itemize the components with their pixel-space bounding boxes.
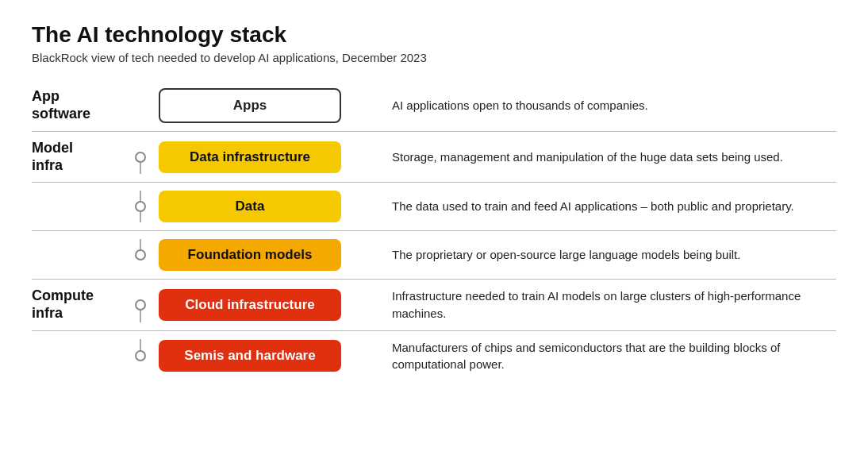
group-label: App software [32, 88, 127, 123]
connector-dot [135, 350, 146, 361]
connector-area [127, 239, 159, 271]
middle-section: Cloud infrastructure [127, 287, 373, 322]
connector-area [127, 191, 159, 222]
stack-row: App softwareAppsAI applications open to … [32, 80, 836, 132]
row-description: Infrastructure needed to train AI models… [373, 287, 836, 322]
row-description: The proprietary or open-source large lan… [373, 239, 836, 271]
connector-area [127, 140, 159, 174]
stack-row: Foundation modelsThe proprietary or open… [32, 231, 836, 280]
group-label: Compute infra [32, 287, 127, 322]
pill-label: Data infrastructure [159, 141, 341, 173]
pill-label: Semis and hardware [159, 340, 341, 372]
stack-row: Semis and hardwareManufacturers of chips… [32, 331, 836, 382]
group-label [32, 239, 127, 271]
pill-label: Apps [159, 88, 341, 123]
row-description: The data used to train and feed AI appli… [373, 191, 836, 222]
stack: App softwareAppsAI applications open to … [32, 80, 836, 381]
middle-section: Apps [127, 88, 373, 123]
subtitle: BlackRock view of tech needed to develop… [32, 51, 836, 64]
group-label: Model infra [32, 140, 127, 174]
pill-label: Data [159, 191, 341, 222]
connector-area [127, 287, 159, 322]
connector-dot [135, 299, 146, 311]
connector-area [127, 339, 159, 374]
group-label [32, 339, 127, 374]
row-description: Manufacturers of chips and semiconductor… [373, 339, 836, 374]
main-container: The AI technology stack BlackRock view o… [0, 0, 868, 397]
middle-section: Data [127, 191, 373, 222]
stack-row: Compute infraCloud infrastructureInfrast… [32, 280, 836, 331]
main-title: The AI technology stack [32, 22, 836, 48]
pill-label: Cloud infrastructure [159, 289, 341, 321]
row-description: AI applications open to thousands of com… [373, 88, 836, 123]
connector-dot [135, 152, 146, 163]
middle-section: Foundation models [127, 239, 373, 271]
row-description: Storage, management and manipulation of … [373, 140, 836, 174]
stack-row: DataThe data used to train and feed AI a… [32, 183, 836, 231]
stack-row: Model infraData infrastructureStorage, m… [32, 132, 836, 183]
middle-section: Data infrastructure [127, 140, 373, 174]
middle-section: Semis and hardware [127, 339, 373, 374]
connector-dot [135, 201, 146, 212]
pill-label: Foundation models [159, 239, 341, 271]
connector-dot [135, 249, 146, 260]
group-label [32, 191, 127, 222]
